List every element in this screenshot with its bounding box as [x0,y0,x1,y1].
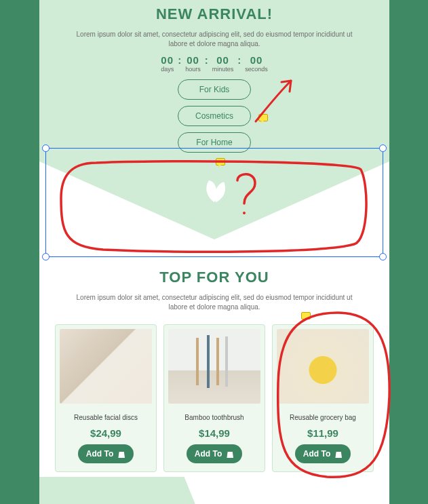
timer-hours: 00 hours [185,54,201,73]
product-grid: Reusable facial discs $24,99 Add To Bamb… [39,317,389,486]
leaf-divider-block[interactable] [39,161,389,263]
product-name: Bamboo toothbrush [168,409,260,425]
product-name: Reusable facial discs [60,409,152,425]
footer-decoration [39,477,389,504]
new-arrival-title: NEW ARRIVAL! [49,5,380,23]
product-card[interactable]: Bamboo toothbrush $14,99 Add To [163,324,265,472]
product-price: $11,99 [277,427,369,439]
email-canvas[interactable]: NEW ARRIVAL! Lorem ipsum dolor sit amet,… [39,0,389,504]
product-name: Reusable grocery bag [277,409,369,425]
comment-marker-icon[interactable] [258,114,268,121]
bag-icon [334,450,343,458]
product-card[interactable]: Reusable facial discs $24,99 Add To [55,324,157,472]
product-image [60,329,152,404]
timer-seconds: 00 seconds [245,54,268,73]
for-home-button[interactable]: For Home [178,132,251,153]
new-arrival-desc: Lorem ipsum dolor sit amet, consectetur … [72,30,357,49]
timer-minutes: 00 minutes [212,54,234,73]
for-kids-button[interactable]: For Kids [178,79,251,100]
product-price: $14,99 [168,427,260,439]
product-image [168,329,260,404]
top-for-you-title: TOP FOR YOU [39,269,389,286]
bag-icon [226,450,234,458]
add-to-cart-button[interactable]: Add To [78,444,134,463]
leaf-icon [195,176,233,206]
product-card[interactable]: Reusable grocery bag $11,99 Add To [272,324,374,472]
top-for-you-desc: Lorem ipsum dolor sit amet, consectetur … [72,293,357,312]
comment-marker-icon[interactable] [216,158,225,166]
bag-icon [117,450,125,458]
add-to-cart-button[interactable]: Add To [187,444,242,463]
product-price: $24,99 [60,427,152,439]
add-to-cart-button[interactable]: Add To [295,444,351,463]
comment-marker-icon[interactable] [301,312,311,319]
new-arrival-section: NEW ARRIVAL! Lorem ipsum dolor sit amet,… [39,0,389,161]
timer-days: 00 days [161,54,174,73]
countdown-timer: 00 days : 00 hours : 00 minutes : 00 sec… [49,54,380,73]
category-buttons: For Kids Cosmetics For Home [49,79,380,153]
product-image [277,329,369,404]
cosmetics-button[interactable]: Cosmetics [178,106,251,126]
